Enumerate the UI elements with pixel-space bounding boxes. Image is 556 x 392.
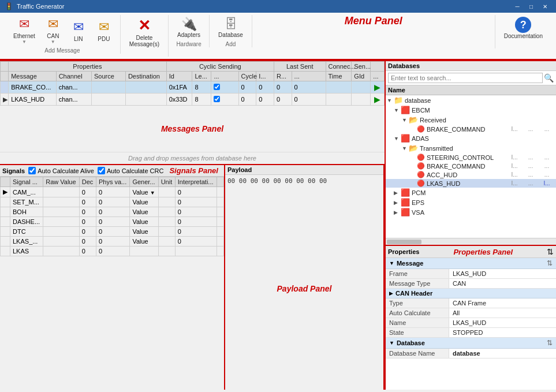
sig-gen[interactable]: Value ▼: [130, 187, 158, 197]
message-section-header[interactable]: ▼ Message ⇅: [386, 258, 556, 269]
sig-interp: [175, 247, 217, 256]
expand-pcm-icon: ▶: [394, 190, 401, 196]
sig-indicator: ▶: [1, 187, 10, 197]
table-row[interactable]: ▶ CAM_... 0 0 Value ▼ 0: [1, 187, 224, 197]
sig-h-raw[interactable]: Raw Value: [43, 177, 80, 187]
prop-row-frame: Frame LKAS_HUD: [386, 269, 556, 279]
tree-item-acc-hud[interactable]: 🔴 ACC_HUD I... ... ...: [386, 170, 556, 179]
sig-h-phys[interactable]: Phys va...: [96, 177, 129, 187]
sig-h-unit[interactable]: Unit: [158, 177, 175, 187]
sig-gen[interactable]: Value: [130, 227, 158, 237]
prop-val-state: STOPPED: [449, 328, 556, 337]
sig-name: DASHE...: [10, 217, 43, 227]
sig-interp: 0: [175, 187, 217, 197]
sig-h-dec[interactable]: Dec: [79, 177, 96, 187]
table-row[interactable]: SET_M... 0 0 Value 0: [1, 197, 224, 207]
msg-h-i[interactable]: I...: [256, 72, 274, 81]
transmitted-label: Transmitted: [420, 145, 555, 152]
table-row[interactable]: ▶ LKAS_HUD chan... 0x33D 8 0 0 0 0: [1, 94, 385, 106]
database-button[interactable]: 🗄 Database: [214, 15, 247, 40]
sig-gen[interactable]: Value: [130, 207, 158, 217]
msg-h-dots2[interactable]: ...: [292, 72, 326, 81]
table-row[interactable]: DASHE... 0 0 Value 0: [1, 217, 224, 227]
msg-cell-check[interactable]: [211, 81, 238, 94]
properties-sort-icon[interactable]: ⇅: [547, 247, 554, 256]
maximize-button[interactable]: □: [525, 1, 538, 12]
auto-calc-crc-label[interactable]: Auto Calculate CRC: [98, 167, 163, 174]
ethernet-button[interactable]: ✉ Ethernet ▼: [9, 15, 39, 46]
msg-cell-gid: [352, 81, 371, 94]
adapters-button[interactable]: 🔌 Adapters: [173, 15, 204, 40]
documentation-button[interactable]: ? Documentation: [500, 15, 547, 41]
tree-item-adas[interactable]: ▼ 🟥 ADAS: [386, 133, 556, 143]
table-row[interactable]: BRAKE_CO... chan... 0x1FA 8 0 0 0 0 ▶: [1, 81, 385, 94]
table-row[interactable]: DTC 0 0 Value 0: [1, 227, 224, 237]
msg-h-r[interactable]: R...: [274, 72, 292, 81]
database-icon: 🗄: [225, 17, 237, 32]
pdu-button[interactable]: ✉ PDU: [92, 18, 115, 44]
delete-button[interactable]: ✕ DeleteMessage(s): [125, 15, 163, 49]
sig-dec: 0: [79, 207, 96, 217]
db-search-bar: 🔍: [386, 71, 556, 85]
msg-h-source[interactable]: Source: [91, 72, 125, 81]
menu-panel-label: Menu Panel: [345, 15, 402, 27]
msg-cell-check[interactable]: [211, 94, 238, 106]
tree-item-pcm[interactable]: ▶ 🟥 PCM: [386, 188, 556, 197]
database-section-header[interactable]: ▼ Database ⇅: [386, 338, 556, 349]
msg-h-time[interactable]: Time: [326, 72, 352, 81]
msg-cell-dots: 0: [292, 94, 326, 106]
sig-gen[interactable]: Value: [130, 237, 158, 247]
msg-h-dest[interactable]: Destination: [125, 72, 166, 81]
db-scrollbar-h[interactable]: [386, 238, 556, 245]
tree-item-database[interactable]: ▼ 📁 database: [386, 95, 556, 105]
prop-val-frame: LKAS_HUD: [449, 269, 556, 278]
pdu-label: PDU: [98, 36, 110, 42]
sig-h-signal[interactable]: Signal ...: [10, 177, 43, 187]
sig-h-gen[interactable]: Gener...: [130, 177, 158, 187]
tree-item-steering[interactable]: 🔴 STEERING_CONTROL I... ... ...: [386, 153, 556, 162]
pdu-icon: ✉: [99, 20, 109, 35]
msg-h-cycle[interactable]: Cycle: [238, 72, 256, 81]
msg-h-end[interactable]: ...: [371, 72, 385, 81]
tree-item-eps[interactable]: ▶ 🟥 EPS: [386, 197, 556, 207]
table-row[interactable]: BOH 0 0 Value 0: [1, 207, 224, 217]
auto-calc-alive-checkbox[interactable]: [28, 167, 36, 174]
tree-item-brake-cmd-r[interactable]: 🔴 BRAKE_COMMAND I... ... ...: [386, 125, 556, 133]
play-button[interactable]: ▶: [374, 83, 380, 92]
tree-item-transmitted[interactable]: ▼ 📂 Transmitted: [386, 143, 556, 153]
properties-panel-label: Properties Panel: [453, 248, 513, 256]
tree-item-brake-cmd-t[interactable]: 🔴 BRAKE_COMMAND I... ... ...: [386, 162, 556, 170]
can-header-section-header[interactable]: ▶ CAN Header: [386, 289, 556, 298]
sig-gen[interactable]: Value: [130, 217, 158, 227]
close-button[interactable]: ✕: [539, 1, 551, 12]
minimize-button[interactable]: ─: [511, 1, 524, 12]
can-button[interactable]: ✉ CAN ▼: [42, 15, 65, 46]
msg-cell-play[interactable]: ▶: [371, 94, 385, 106]
msg-h-len[interactable]: Le...: [192, 72, 211, 81]
play-button[interactable]: ▶: [374, 95, 380, 104]
bottom-left: Signals Auto Calculate Alive Auto Calcul…: [0, 165, 385, 390]
msg-cell-channel: chan...: [56, 94, 91, 106]
auto-calc-alive-label[interactable]: Auto Calculate Alive: [28, 167, 94, 174]
msg-h-message[interactable]: Message: [9, 72, 57, 81]
tree-item-received[interactable]: ▼ 📂 Received: [386, 115, 556, 125]
msg-h-id[interactable]: Id: [166, 72, 192, 81]
sig-gen[interactable]: Value: [130, 197, 158, 207]
msg-h-gid[interactable]: GId: [352, 72, 371, 81]
tree-item-lkas-hud[interactable]: 🔴 LKAS_HUD I... ... I...: [386, 179, 556, 188]
adas-label: ADAS: [412, 135, 555, 142]
table-row[interactable]: LKAS_... 0 0 Value 0: [1, 237, 224, 247]
lin-button[interactable]: ✉ LIN: [67, 18, 90, 44]
can-header-arrow: ▶: [389, 290, 393, 296]
doc-icons: ? Documentation: [500, 15, 547, 41]
tree-item-vsa[interactable]: ▶ 🟥 VSA: [386, 207, 556, 217]
msg-h-channel[interactable]: Channel: [56, 72, 91, 81]
auto-calc-crc-checkbox[interactable]: [98, 167, 105, 174]
msg-cell-play[interactable]: ▶: [371, 81, 385, 94]
msg-h-dots[interactable]: ...: [211, 72, 238, 81]
add-message-group-label: Add Message: [44, 47, 80, 54]
db-search-input[interactable]: [388, 73, 543, 83]
tree-item-ebcm[interactable]: ▼ 🟥 EBCM: [386, 105, 556, 115]
sig-h-interp[interactable]: Interpretati...: [175, 177, 217, 187]
table-row[interactable]: LKAS 0 0: [1, 247, 224, 256]
